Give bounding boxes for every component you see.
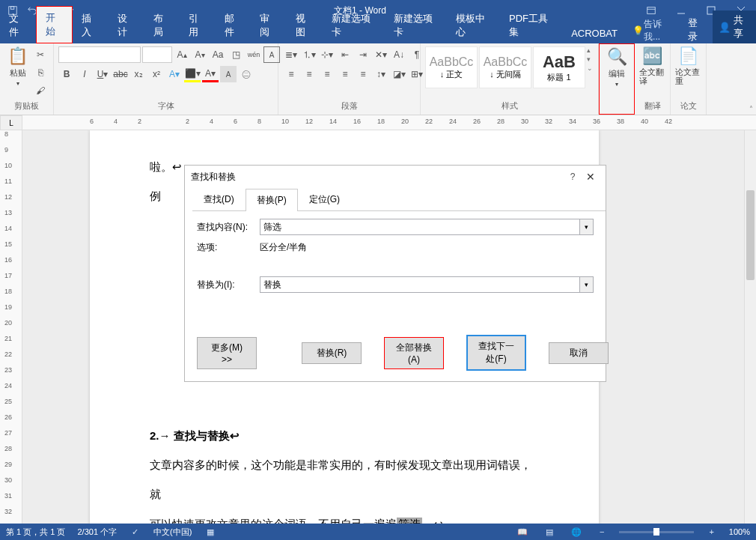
tab-review[interactable]: 审阅: [251, 7, 287, 43]
tab-goto[interactable]: 定位(G): [298, 188, 351, 210]
scrollbar-thumb[interactable]: [746, 190, 755, 280]
tab-file[interactable]: 文件: [0, 7, 36, 43]
zoom-out-icon[interactable]: −: [597, 527, 607, 536]
cut-icon[interactable]: ✂: [32, 46, 49, 63]
font-family-combo[interactable]: [58, 46, 141, 63]
replace-button[interactable]: 替换(R): [302, 342, 362, 364]
tab-home[interactable]: 开始: [36, 6, 73, 43]
tab-mail[interactable]: 邮件: [216, 7, 252, 43]
highlight-icon[interactable]: ⬛▾: [184, 66, 201, 82]
line-spacing-icon[interactable]: ↕▾: [373, 66, 389, 82]
decrease-indent-icon[interactable]: ⇤: [337, 46, 353, 63]
zoom-value[interactable]: 100%: [729, 527, 750, 536]
tab-replace[interactable]: 替换(P): [246, 189, 298, 211]
font-size-combo[interactable]: [142, 46, 172, 63]
zoom-knob[interactable]: [653, 528, 659, 536]
print-layout-icon[interactable]: ▤: [543, 527, 556, 537]
align-left-icon[interactable]: ≡: [283, 66, 299, 82]
text-effects-icon[interactable]: A▾: [166, 66, 183, 82]
tab-layout[interactable]: 布局: [144, 7, 180, 43]
tab-pdf[interactable]: PDF工具集: [500, 7, 562, 43]
text-direction-icon[interactable]: ✕▾: [373, 46, 389, 63]
shrink-font-icon[interactable]: A▾: [192, 46, 208, 63]
translate-label: 全文翻译: [639, 67, 665, 85]
more-button[interactable]: 更多(M) >>: [197, 337, 257, 369]
bullets-icon[interactable]: ≣▾: [283, 46, 299, 63]
doc-para-1: 文章内容多的时候，这个功能是非常实用的，有时候发现文章出现用词错误，就: [150, 451, 539, 509]
char-border-icon[interactable]: A: [263, 46, 280, 63]
strike-icon[interactable]: abc: [112, 66, 129, 82]
style-heading1[interactable]: AaB标题 1: [533, 46, 585, 88]
status-words[interactable]: 2/301 个字: [77, 527, 117, 538]
shading-icon[interactable]: ◪▾: [391, 66, 407, 82]
style-name: 标题 1: [547, 72, 570, 83]
sort-icon[interactable]: A↓: [391, 46, 407, 63]
multilevel-icon[interactable]: ⊹▾: [319, 46, 335, 63]
translate-button[interactable]: 🔤 全文翻译: [639, 46, 665, 85]
tell-me-search[interactable]: 💡 告诉我...: [627, 18, 680, 43]
status-page[interactable]: 第 1 页，共 1 页: [6, 527, 65, 538]
increase-indent-icon[interactable]: ⇥: [355, 46, 371, 63]
tab-acrobat[interactable]: ACROBAT: [562, 23, 627, 43]
find-next-button[interactable]: 查找下一处(F): [466, 335, 526, 371]
find-what-input[interactable]: [260, 219, 580, 235]
ruler-vertical[interactable]: 8910111213141516171819202122232425262728…: [0, 130, 22, 524]
tab-newtab1[interactable]: 新建选项卡: [323, 7, 385, 43]
cancel-button[interactable]: 取消: [549, 342, 609, 364]
italic-icon[interactable]: I: [76, 66, 93, 82]
paper-check-button[interactable]: 📄 论文查重: [675, 46, 701, 85]
change-case-icon[interactable]: Aa: [210, 46, 226, 63]
zoom-in-icon[interactable]: +: [706, 527, 716, 536]
align-right-icon[interactable]: ≡: [319, 66, 335, 82]
format-painter-icon[interactable]: 🖌: [32, 82, 49, 99]
styles-gallery-scroll[interactable]: ▴▾⌄: [587, 46, 593, 72]
vertical-scrollbar[interactable]: [744, 130, 756, 524]
help-icon[interactable]: ?: [564, 172, 582, 182]
edit-button[interactable]: 🔍 编辑 ▾: [604, 47, 630, 88]
spellcheck-icon[interactable]: ✓: [129, 527, 141, 537]
ruler-horizontal[interactable]: 6422468101214161820222426283032343638404…: [22, 115, 756, 130]
tab-design[interactable]: 设计: [109, 7, 144, 43]
status-lang[interactable]: 中文(中国): [153, 527, 192, 538]
zoom-slider[interactable]: [619, 531, 694, 533]
replace-dropdown-icon[interactable]: ▾: [580, 276, 594, 293]
replace-with-input[interactable]: [260, 276, 580, 293]
style-nospacing[interactable]: AaBbCc↓ 无间隔: [479, 46, 531, 88]
tab-insert[interactable]: 插入: [73, 7, 109, 43]
web-layout-icon[interactable]: 🌐: [568, 527, 585, 537]
copy-icon[interactable]: ⎘: [32, 64, 49, 81]
distribute-icon[interactable]: ≡: [355, 66, 371, 82]
read-mode-icon[interactable]: 📖: [514, 527, 531, 537]
paste-button[interactable]: 📋 粘贴 ▾: [4, 46, 31, 87]
login-link[interactable]: 登录: [680, 16, 713, 43]
replace-all-button[interactable]: 全部替换(A): [384, 337, 444, 369]
find-dropdown-icon[interactable]: ▾: [580, 219, 594, 235]
font-color-icon[interactable]: A▾: [202, 66, 219, 82]
superscript-icon[interactable]: x²: [148, 66, 165, 82]
tab-view[interactable]: 视图: [287, 7, 323, 43]
subscript-icon[interactable]: x₂: [130, 66, 147, 82]
group-paragraph: ≣▾ ⒈▾ ⊹▾ ⇤ ⇥ ✕▾ A↓ ¶ ≡ ≡ ≡ ≡ ≡ ↕▾ ◪▾ ⊞▾ …: [278, 43, 421, 115]
bold-icon[interactable]: B: [58, 66, 75, 82]
tab-references[interactable]: 引用: [180, 7, 216, 43]
ruler-corner[interactable]: L: [0, 115, 22, 130]
tab-find[interactable]: 查找(D): [192, 188, 246, 210]
dialog-close-icon[interactable]: ✕: [582, 171, 600, 183]
dialog-titlebar[interactable]: 查找和替换 ? ✕: [185, 166, 606, 188]
doc-highlighted-word: 筛选: [397, 518, 422, 524]
style-normal[interactable]: AaBbCc↓ 正文: [425, 46, 478, 88]
grow-font-icon[interactable]: A▴: [174, 46, 190, 63]
phonetic-guide-icon[interactable]: wén: [246, 46, 262, 63]
tab-newtab2[interactable]: 新建选项卡: [385, 7, 447, 43]
tab-templates[interactable]: 模板中心: [447, 7, 500, 43]
ribbon-collapse-icon[interactable]: ˄: [749, 105, 753, 113]
macro-icon[interactable]: ▦: [204, 527, 217, 537]
justify-icon[interactable]: ≡: [337, 66, 353, 82]
underline-icon[interactable]: U▾: [94, 66, 111, 82]
numbering-icon[interactable]: ⒈▾: [301, 46, 317, 63]
enclose-char-icon[interactable]: ㊁: [238, 66, 254, 82]
align-center-icon[interactable]: ≡: [301, 66, 317, 82]
char-shading-icon[interactable]: A: [220, 66, 237, 82]
share-button[interactable]: 👤 共享: [713, 10, 756, 43]
clear-format-icon[interactable]: ◳: [228, 46, 244, 63]
